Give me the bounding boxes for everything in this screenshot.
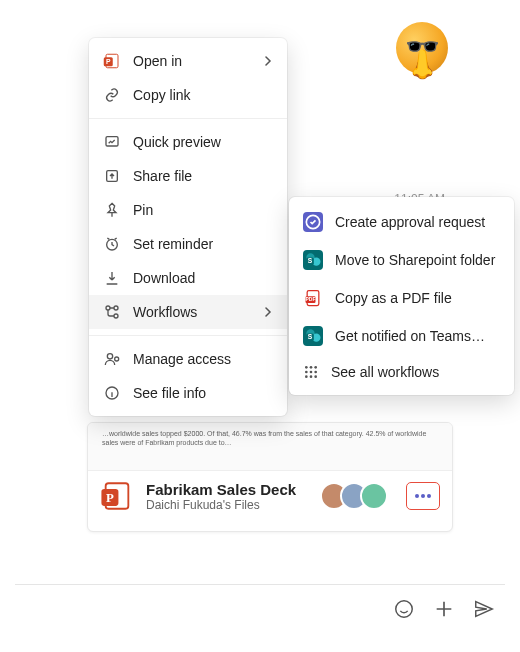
menu-copy-link[interactable]: Copy link	[89, 78, 287, 112]
submenu-see-all-workflows[interactable]: See all workflows	[289, 355, 514, 389]
svg-point-31	[310, 366, 313, 369]
svg-point-38	[314, 375, 317, 378]
svg-point-34	[310, 371, 313, 374]
menu-pin[interactable]: Pin	[89, 193, 287, 227]
svg-point-5	[427, 494, 431, 498]
svg-rect-9	[106, 137, 118, 146]
powerpoint-icon: P	[103, 52, 121, 70]
svg-text:PDF: PDF	[306, 296, 316, 302]
menu-label: Copy link	[133, 87, 273, 103]
submenu-copy-pdf[interactable]: PDF Copy as a PDF file	[289, 279, 514, 317]
menu-label: See all workflows	[331, 364, 439, 380]
link-icon	[103, 86, 121, 104]
svg-point-35	[314, 371, 317, 374]
svg-point-14	[114, 306, 118, 310]
submenu-create-approval[interactable]: Create approval request	[289, 203, 514, 241]
svg-point-30	[305, 366, 308, 369]
info-icon	[103, 384, 121, 402]
svg-point-32	[314, 366, 317, 369]
send-button[interactable]	[473, 598, 495, 620]
workflows-icon	[103, 303, 121, 321]
menu-manage-access[interactable]: Manage access	[89, 342, 287, 376]
svg-text:P: P	[106, 58, 111, 65]
menu-download[interactable]: Download	[89, 261, 287, 295]
pin-icon	[103, 201, 121, 219]
submenu-get-notified[interactable]: S Get notified on Teams…	[289, 317, 514, 355]
menu-label: Open in	[133, 53, 251, 69]
svg-point-3	[415, 494, 419, 498]
menu-separator	[89, 118, 287, 119]
svg-point-12	[106, 306, 110, 310]
approvals-icon	[303, 212, 323, 232]
menu-set-reminder[interactable]: Set reminder	[89, 227, 287, 261]
apps-grid-icon	[303, 364, 319, 380]
file-context-menu: P Open in Copy link Quick preview Share	[89, 38, 287, 416]
file-more-actions-button[interactable]	[406, 482, 440, 510]
chat-view: 🕶️ 👃 11:05 AM …worldwide sales topped $2…	[0, 0, 520, 652]
clock-icon	[103, 235, 121, 253]
file-subtitle: Daichi Fukuda's Files	[146, 498, 308, 512]
menu-separator	[89, 335, 287, 336]
preview-icon	[103, 133, 121, 151]
menu-label: Download	[133, 270, 273, 286]
svg-point-4	[421, 494, 425, 498]
menu-open-in[interactable]: P Open in	[89, 44, 287, 78]
emoji-button[interactable]	[393, 598, 415, 620]
submenu-move-sharepoint[interactable]: S Move to Sharepoint folder	[289, 241, 514, 279]
svg-text:S: S	[308, 333, 313, 340]
file-attachment-card[interactable]: …worldwide sales topped $2000. Of that, …	[87, 422, 453, 532]
menu-quick-preview[interactable]: Quick preview	[89, 125, 287, 159]
svg-point-16	[115, 357, 119, 361]
download-icon	[103, 269, 121, 287]
menu-see-file-info[interactable]: See file info	[89, 376, 287, 410]
menu-label: Manage access	[133, 351, 273, 367]
svg-point-36	[305, 375, 308, 378]
svg-point-37	[310, 375, 313, 378]
menu-label: Get notified on Teams…	[335, 328, 485, 344]
menu-label: Set reminder	[133, 236, 273, 252]
menu-label: Pin	[133, 202, 273, 218]
svg-point-33	[305, 371, 308, 374]
svg-text:P: P	[106, 491, 114, 505]
file-shared-avatars	[320, 482, 388, 510]
share-icon	[103, 167, 121, 185]
manage-access-icon	[103, 350, 121, 368]
svg-text:S: S	[308, 257, 313, 264]
svg-point-13	[114, 314, 118, 318]
menu-label: See file info	[133, 385, 273, 401]
svg-point-15	[107, 354, 112, 359]
menu-label: Create approval request	[335, 214, 485, 230]
file-preview-thumbnail: …worldwide sales topped $2000. Of that, …	[88, 423, 452, 471]
chevron-right-icon	[263, 56, 273, 66]
menu-share-file[interactable]: Share file	[89, 159, 287, 193]
chevron-right-icon	[263, 307, 273, 317]
pdf-icon: PDF	[303, 288, 323, 308]
menu-label: Quick preview	[133, 134, 273, 150]
file-title: Fabrikam Sales Deck	[146, 481, 308, 498]
compose-bar	[15, 584, 505, 632]
sharepoint-icon: S	[303, 250, 323, 270]
workflows-submenu: Create approval request S Move to Sharep…	[289, 197, 514, 395]
powerpoint-icon: P	[100, 479, 134, 513]
sharepoint-icon: S	[303, 326, 323, 346]
menu-label: Share file	[133, 168, 273, 184]
menu-label: Move to Sharepoint folder	[335, 252, 495, 268]
menu-label: Workflows	[133, 304, 251, 320]
menu-workflows[interactable]: Workflows	[89, 295, 287, 329]
add-button[interactable]	[433, 598, 455, 620]
sender-avatar: 🕶️ 👃	[396, 22, 448, 74]
menu-label: Copy as a PDF file	[335, 290, 452, 306]
svg-point-39	[396, 600, 413, 617]
